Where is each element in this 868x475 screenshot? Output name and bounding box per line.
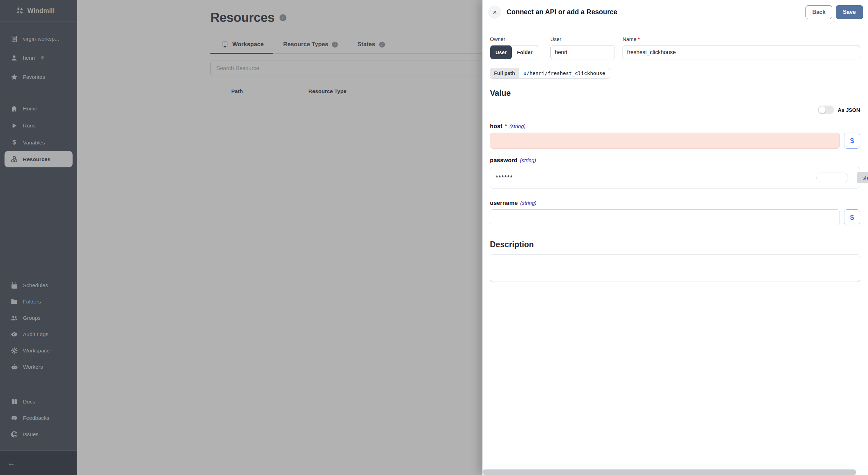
field-type-password: (string) <box>520 157 536 163</box>
as-json-toggle[interactable] <box>818 106 834 114</box>
name-field-input[interactable] <box>623 45 860 59</box>
scrollbar-thumb[interactable] <box>483 469 856 475</box>
name-field-label: Name <box>623 36 636 42</box>
password-reveal-pill[interactable] <box>816 173 848 183</box>
field-type-username: (string) <box>520 200 536 206</box>
insert-variable-button[interactable]: $ <box>844 133 860 149</box>
user-field-label: User <box>550 36 615 42</box>
description-textarea[interactable] <box>490 255 860 282</box>
resource-drawer: × Connect an API or add a Resource Back … <box>482 0 868 475</box>
full-path-chip: Full path u/henri/freshest_clickhouse <box>490 68 610 79</box>
windmill-app: Windmill virgin-worksp... <box>0 0 868 475</box>
drawer-title: Connect an API or add a Resource <box>507 8 806 16</box>
show-password-button[interactable]: sh <box>857 172 868 183</box>
field-group-host: host* (string) $ <box>490 123 860 149</box>
field-type-host: (string) <box>509 123 526 129</box>
owner-option-user[interactable]: User <box>490 45 512 59</box>
horizontal-scrollbar <box>483 469 868 475</box>
username-input[interactable] <box>490 209 840 225</box>
owner-toggle: User Folder <box>490 45 538 59</box>
full-path-value: u/henri/freshest_clickhouse <box>519 68 610 78</box>
required-asterisk: * <box>505 123 507 130</box>
password-masked-value: ****** <box>496 175 513 181</box>
back-button[interactable]: Back <box>806 5 832 19</box>
save-button[interactable]: Save <box>836 5 863 19</box>
value-section-heading: Value <box>490 89 860 98</box>
field-group-username: username (string) $ <box>490 200 860 225</box>
field-name-host: host <box>490 123 502 130</box>
full-path-label: Full path <box>490 68 519 78</box>
owner-option-folder[interactable]: Folder <box>512 45 537 59</box>
owner-label: Owner <box>490 36 543 42</box>
field-name-password: password <box>490 157 517 164</box>
user-field-input[interactable] <box>550 45 615 59</box>
toggle-knob <box>819 106 826 113</box>
description-heading: Description <box>490 240 860 249</box>
host-input[interactable] <box>490 133 840 149</box>
drawer-header: × Connect an API or add a Resource Back … <box>483 0 868 24</box>
password-input[interactable]: ****** sh <box>490 167 860 189</box>
as-json-label: As JSON <box>838 107 860 113</box>
required-asterisk: * <box>638 36 640 42</box>
field-group-password: password (string) ****** sh <box>490 157 860 189</box>
insert-variable-button[interactable]: $ <box>844 209 860 225</box>
close-icon[interactable]: × <box>488 6 501 19</box>
drawer-body: Owner User Folder User Name * <box>483 24 868 283</box>
field-name-username: username <box>490 200 518 207</box>
